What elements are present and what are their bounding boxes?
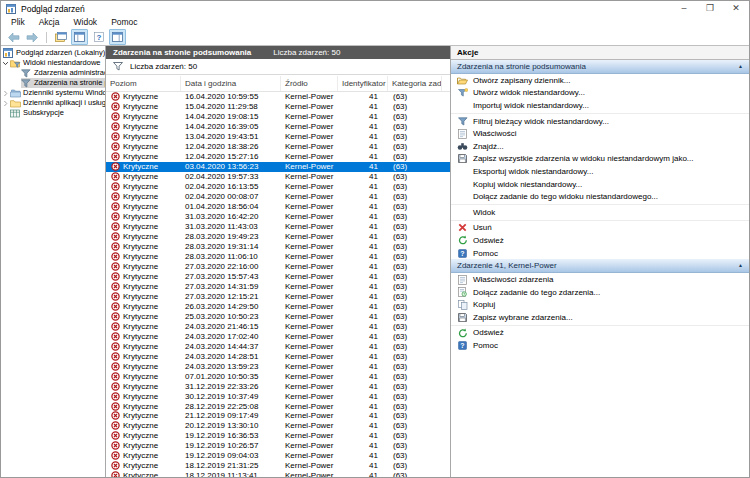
- event-level-text: Krytyczne: [123, 362, 158, 371]
- event-row[interactable]: Krytyczne07.01.2020 10:50:35Kernel-Power…: [106, 371, 450, 381]
- event-row[interactable]: Krytyczne24.03.2020 13:59:23Kernel-Power…: [106, 361, 450, 371]
- action-item[interactable]: Zapisz wybrane zdarzenia...: [451, 311, 749, 324]
- event-level-cell: Krytyczne: [106, 411, 181, 420]
- event-row[interactable]: Krytyczne30.12.2019 10:37:49Kernel-Power…: [106, 391, 450, 401]
- action-item[interactable]: Kopiuj: [451, 299, 749, 312]
- back-button[interactable]: [5, 29, 22, 45]
- column-header[interactable]: Identyfikator z...: [338, 76, 388, 91]
- tree-item[interactable]: Podgląd zdarzeń (Lokalny): [1, 48, 105, 58]
- action-item[interactable]: Widok: [451, 206, 749, 219]
- event-row[interactable]: Krytyczne19.12.2019 09:04:03Kernel-Power…: [106, 451, 450, 461]
- event-row[interactable]: Krytyczne28.12.2019 22:25:08Kernel-Power…: [106, 401, 450, 411]
- event-row[interactable]: Krytyczne13.04.2020 19:43:51Kernel-Power…: [106, 132, 450, 142]
- action-item[interactable]: Dołącz zadanie do tego zdarzenia...: [451, 286, 749, 299]
- event-row[interactable]: Krytyczne28.03.2020 19:31:14Kernel-Power…: [106, 242, 450, 252]
- event-level-cell: Krytyczne: [106, 182, 181, 191]
- column-header[interactable]: Poziom: [106, 76, 181, 91]
- event-level-text: Krytyczne: [123, 402, 158, 411]
- column-header[interactable]: Źródło: [281, 76, 338, 91]
- forward-button[interactable]: [24, 29, 41, 45]
- action-item[interactable]: ?Pomoc: [451, 247, 749, 260]
- action-item[interactable]: ?Pomoc: [451, 339, 749, 352]
- event-row[interactable]: Krytyczne02.04.2020 16:13:55Kernel-Power…: [106, 182, 450, 192]
- event-row[interactable]: Krytyczne03.04.2020 13:56:23Kernel-Power…: [106, 162, 450, 172]
- menu-plik[interactable]: Plik: [4, 16, 32, 29]
- event-row[interactable]: Krytyczne26.03.2020 14:29:50Kernel-Power…: [106, 301, 450, 311]
- event-row[interactable]: Krytyczne15.04.2020 11:29:58Kernel-Power…: [106, 102, 450, 112]
- event-row[interactable]: Krytyczne14.04.2020 19:08:15Kernel-Power…: [106, 112, 450, 122]
- event-row[interactable]: Krytyczne31.03.2020 16:42:20Kernel-Power…: [106, 212, 450, 222]
- column-header[interactable]: Data i godzina: [181, 76, 281, 91]
- tree-item-body: Widoki niestandardowe: [10, 58, 103, 68]
- event-row[interactable]: Krytyczne20.12.2019 13:30:10Kernel-Power…: [106, 421, 450, 431]
- event-row[interactable]: Krytyczne27.03.2020 22:16:00Kernel-Power…: [106, 261, 450, 271]
- event-row[interactable]: Krytyczne31.03.2020 11:43:03Kernel-Power…: [106, 222, 450, 232]
- action-item[interactable]: Importuj widok niestandardowy...: [451, 99, 749, 112]
- action-item[interactable]: Właściwości: [451, 127, 749, 140]
- action-item[interactable]: Odśwież: [451, 327, 749, 340]
- collapse-section-icon[interactable]: ▲: [738, 60, 743, 73]
- event-row[interactable]: Krytyczne18.12.2019 11:13:41Kernel-Power…: [106, 471, 450, 477]
- chevron-down-icon[interactable]: [1, 60, 10, 67]
- chevron-right-icon[interactable]: [1, 100, 10, 107]
- event-row[interactable]: Krytyczne12.04.2020 18:38:26Kernel-Power…: [106, 142, 450, 152]
- action-section-header[interactable]: Zdarzenia na stronie podsumowania▲: [451, 60, 749, 74]
- event-row[interactable]: Krytyczne25.03.2020 10:50:23Kernel-Power…: [106, 311, 450, 321]
- event-row[interactable]: Krytyczne27.03.2020 15:57:43Kernel-Power…: [106, 271, 450, 281]
- maximize-button[interactable]: ❐: [697, 1, 723, 16]
- tree-item[interactable]: Zdarzenia na stronie pod: [1, 78, 105, 88]
- tree-item[interactable]: Dzienniki aplikacji i usług: [1, 98, 105, 108]
- event-row[interactable]: Krytyczne12.04.2020 15:27:16Kernel-Power…: [106, 152, 450, 162]
- event-row[interactable]: Krytyczne24.03.2020 17:02:40Kernel-Power…: [106, 331, 450, 341]
- event-row[interactable]: Krytyczne28.03.2020 19:49:23Kernel-Power…: [106, 232, 450, 242]
- menu-akcja[interactable]: Akcja: [32, 16, 67, 29]
- action-item[interactable]: Usuń: [451, 222, 749, 235]
- tree-item[interactable]: Zdarzenia administracyjne: [1, 68, 105, 78]
- action-separator: [451, 113, 749, 114]
- minimize-button[interactable]: –: [671, 1, 697, 16]
- event-row[interactable]: Krytyczne01.04.2020 18:56:04Kernel-Power…: [106, 202, 450, 212]
- tree-item[interactable]: Widoki niestandardowe: [1, 58, 105, 68]
- event-row[interactable]: Krytyczne27.03.2020 12:15:21Kernel-Power…: [106, 291, 450, 301]
- event-row[interactable]: Krytyczne19.12.2019 10:26:57Kernel-Power…: [106, 441, 450, 451]
- action-item[interactable]: Zapisz wszystkie zdarzenia w widoku nies…: [451, 153, 749, 166]
- console-tree-panel: Podgląd zdarzeń (Lokalny)Widoki niestand…: [1, 46, 106, 477]
- event-row[interactable]: Krytyczne02.04.2020 00:08:07Kernel-Power…: [106, 192, 450, 202]
- close-button[interactable]: ✕: [723, 1, 749, 16]
- action-item[interactable]: Filtruj bieżący widok niestandardowy...: [451, 115, 749, 128]
- action-item[interactable]: Odśwież: [451, 234, 749, 247]
- event-row[interactable]: Krytyczne24.03.2020 14:44:37Kernel-Power…: [106, 341, 450, 351]
- chevron-right-icon[interactable]: [1, 90, 10, 97]
- action-item[interactable]: Utwórz widok niestandardowy...: [451, 87, 749, 100]
- event-category-cell: (63): [388, 431, 450, 440]
- action-item[interactable]: Otwórz zapisany dziennik...: [451, 74, 749, 87]
- event-row[interactable]: Krytyczne27.03.2020 14:31:59Kernel-Power…: [106, 281, 450, 291]
- console-window-button[interactable]: [52, 29, 69, 45]
- column-header[interactable]: Kategoria zada...: [388, 76, 442, 91]
- collapse-section-icon[interactable]: ▲: [738, 259, 743, 272]
- menu-pomoc[interactable]: Pomoc: [104, 16, 144, 29]
- tree-item[interactable]: Subskrypcje: [1, 108, 105, 118]
- action-item[interactable]: Właściwości zdarzenia: [451, 273, 749, 286]
- event-row[interactable]: Krytyczne02.04.2020 19:57:33Kernel-Power…: [106, 172, 450, 182]
- event-row[interactable]: Krytyczne19.12.2019 16:36:53Kernel-Power…: [106, 431, 450, 441]
- event-row[interactable]: Krytyczne18.12.2019 21:31:25Kernel-Power…: [106, 461, 450, 471]
- event-row[interactable]: Krytyczne21.12.2019 09:17:49Kernel-Power…: [106, 411, 450, 421]
- event-row[interactable]: Krytyczne31.12.2019 22:33:26Kernel-Power…: [106, 381, 450, 391]
- action-item[interactable]: Znajdź...: [451, 140, 749, 153]
- action-pane-toggle-button[interactable]: [109, 29, 126, 45]
- event-row[interactable]: Krytyczne24.03.2020 14:28:51Kernel-Power…: [106, 351, 450, 361]
- event-row[interactable]: Krytyczne16.04.2020 10:59:55Kernel-Power…: [106, 92, 450, 102]
- menu-widok[interactable]: Widok: [67, 16, 105, 29]
- event-row[interactable]: Krytyczne28.03.2020 11:06:10Kernel-Power…: [106, 252, 450, 262]
- show-tree-toggle-button[interactable]: [71, 29, 88, 45]
- action-item[interactable]: Kopiuj widok niestandardowy...: [451, 178, 749, 191]
- action-item[interactable]: Dołącz zadanie do tego widoku niestandar…: [451, 190, 749, 203]
- tree-item[interactable]: Dzienniki systemu Windows: [1, 88, 105, 98]
- help-toolbar-button[interactable]: ?: [90, 29, 107, 45]
- event-row[interactable]: Krytyczne14.04.2020 16:39:05Kernel-Power…: [106, 122, 450, 132]
- critical-icon: [111, 182, 120, 191]
- action-section-header[interactable]: Zdarzenie 41, Kernel-Power▲: [451, 259, 749, 273]
- event-row[interactable]: Krytyczne24.03.2020 21:46:15Kernel-Power…: [106, 321, 450, 331]
- action-item[interactable]: Eksportuj widok niestandardowy...: [451, 165, 749, 178]
